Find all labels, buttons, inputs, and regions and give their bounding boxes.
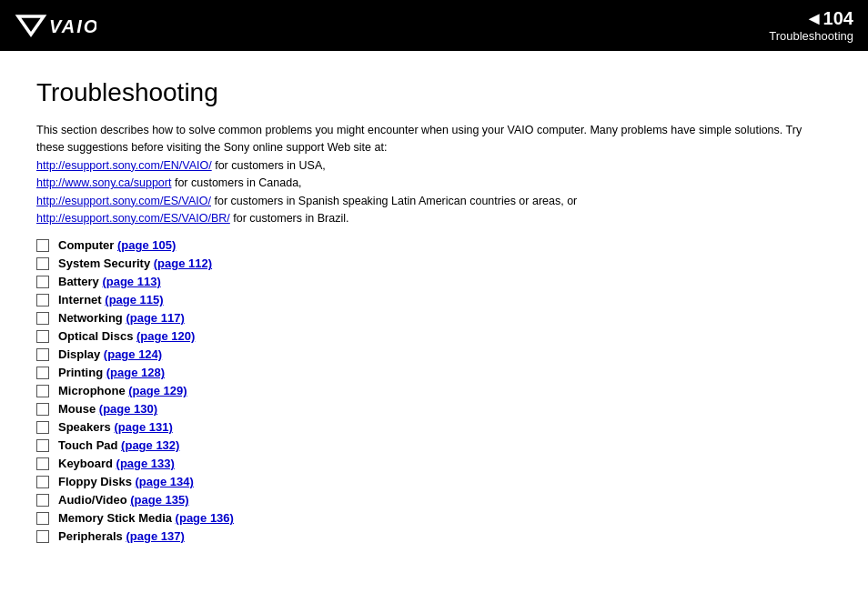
checkbox-icon [36, 276, 49, 288]
list-item: Peripherals (page 137) [36, 529, 832, 543]
list-item: Computer (page 105) [36, 238, 832, 252]
list-item: Speakers (page 131) [36, 420, 832, 434]
toc-label: Keyboard [58, 457, 116, 470]
link-en-vaio[interactable]: http://esupport.sony.com/EN/VAIO/ [36, 159, 212, 172]
toc-label: Audio/Video [58, 493, 130, 507]
svg-text:VAIO: VAIO [49, 16, 96, 36]
link-es-vaio[interactable]: http://esupport.sony.com/ES/VAIO/ [36, 195, 211, 207]
toc-label: Computer [58, 238, 117, 252]
checkbox-icon [36, 257, 49, 270]
header-section-label: Troubleshooting [769, 29, 853, 44]
toc-link[interactable]: (page 117) [126, 311, 184, 325]
toc-label: Display [58, 347, 104, 361]
toc-label: Touch Pad [58, 438, 121, 452]
list-item: Optical Discs (page 120) [36, 329, 832, 343]
toc-label: Memory Stick Media [58, 511, 176, 525]
list-item: Display (page 124) [36, 347, 832, 361]
toc-link[interactable]: (page 124) [104, 347, 162, 361]
list-item: Memory Stick Media (page 136) [36, 511, 832, 525]
svg-marker-0 [18, 16, 44, 35]
checkbox-icon [36, 330, 49, 343]
list-item: Internet (page 115) [36, 293, 832, 306]
logo-area: VAIO [15, 9, 96, 42]
list-item: Mouse (page 130) [36, 402, 832, 416]
toc-link[interactable]: (page 130) [99, 402, 157, 416]
toc-link[interactable]: (page 128) [106, 366, 165, 379]
toc-link[interactable]: (page 132) [121, 438, 179, 452]
list-item: Touch Pad (page 132) [36, 438, 832, 452]
checkbox-icon [36, 294, 49, 306]
toc-label: Speakers [58, 420, 114, 434]
toc-link[interactable]: (page 133) [116, 457, 175, 470]
checkbox-icon [36, 348, 49, 361]
link-ca-support[interactable]: http://www.sony.ca/support [36, 176, 171, 189]
toc-link[interactable]: (page 112) [154, 256, 212, 270]
checkbox-icon [36, 457, 49, 470]
checkbox-icon [36, 367, 49, 379]
toc-link[interactable]: (page 137) [126, 529, 184, 543]
toc-link[interactable]: (page 115) [105, 293, 163, 306]
toc-label: Printing [58, 366, 106, 379]
list-item: System Security (page 112) [36, 256, 832, 270]
toc-list: Computer (page 105) System Security (pag… [36, 238, 832, 543]
checkbox-icon [36, 439, 49, 452]
page-title: Troubleshooting [36, 78, 832, 107]
toc-link[interactable]: (page 105) [117, 238, 176, 252]
header-page-info: ◄104 Troubleshooting [769, 7, 853, 44]
list-item: Keyboard (page 133) [36, 457, 832, 470]
toc-label: Peripherals [58, 529, 126, 543]
list-item: Audio/Video (page 135) [36, 493, 832, 507]
list-item: Battery (page 113) [36, 275, 832, 288]
toc-link[interactable]: (page 136) [176, 511, 234, 525]
toc-label: Internet [58, 293, 105, 306]
list-item: Microphone (page 129) [36, 384, 832, 397]
checkbox-icon [36, 403, 49, 416]
link-es-vaio-br[interactable]: http://esupport.sony.com/ES/VAIO/BR/ [36, 212, 230, 225]
list-item: Floppy Disks (page 134) [36, 475, 832, 488]
toc-label: Floppy Disks [58, 475, 136, 488]
toc-label: Microphone [58, 384, 128, 397]
checkbox-icon [36, 476, 49, 488]
toc-link[interactable]: (page 131) [114, 420, 172, 434]
vaio-logo: VAIO [15, 9, 96, 42]
checkbox-icon [36, 312, 49, 325]
list-item: Printing (page 128) [36, 366, 832, 379]
toc-label: Battery [58, 275, 102, 288]
checkbox-icon [36, 530, 49, 543]
toc-link[interactable]: (page 120) [136, 329, 195, 343]
intro-text-main: This section describes how to solve comm… [36, 124, 802, 154]
toc-label: Networking [58, 311, 126, 325]
toc-link[interactable]: (page 134) [136, 475, 194, 488]
toc-label: Mouse [58, 402, 99, 416]
header: VAIO ◄104 Troubleshooting [0, 0, 868, 51]
toc-label: System Security [58, 256, 154, 270]
toc-link[interactable]: (page 113) [102, 275, 160, 288]
intro-paragraph: This section describes how to solve comm… [36, 122, 832, 227]
checkbox-icon [36, 239, 49, 252]
checkbox-icon [36, 494, 49, 507]
toc-link[interactable]: (page 129) [128, 384, 187, 397]
toc-label: Optical Discs [58, 329, 136, 343]
list-item: Networking (page 117) [36, 311, 832, 325]
page-number: ◄104 [769, 7, 853, 29]
checkbox-icon [36, 512, 49, 525]
toc-link[interactable]: (page 135) [130, 493, 188, 507]
main-content: Troubleshooting This section describes h… [0, 51, 868, 613]
checkbox-icon [36, 421, 49, 434]
checkbox-icon [36, 385, 49, 397]
